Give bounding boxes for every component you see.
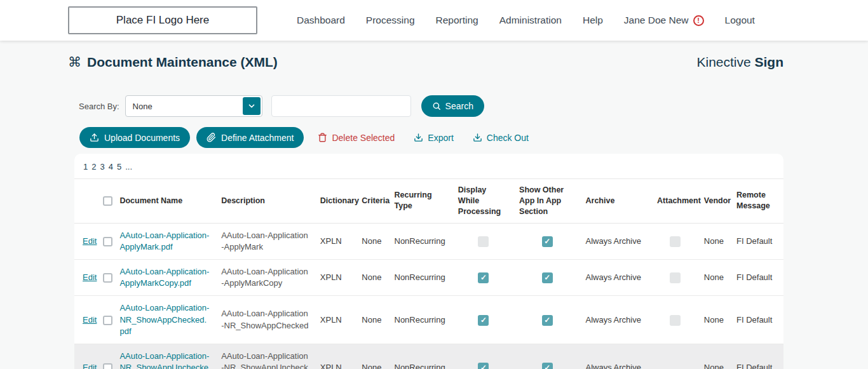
edit-link[interactable]: Edit bbox=[83, 236, 97, 246]
col-dictionary: Dictionary bbox=[315, 179, 357, 224]
page-link-4[interactable]: 4 bbox=[109, 162, 113, 171]
attachment-checkbox[interactable] bbox=[670, 315, 681, 326]
brand-suffix: Sign bbox=[755, 55, 784, 69]
nav-dashboard[interactable]: Dashboard bbox=[297, 15, 345, 26]
document-name-cell: AAuto-Loan-Application-ApplyMark.pdf bbox=[114, 223, 216, 259]
criteria-cell: None bbox=[356, 260, 389, 296]
display-while-processing-cell bbox=[453, 344, 514, 369]
attachment-cell bbox=[652, 260, 699, 296]
document-name-link[interactable]: AAuto-Loan-Application-NR_ShowAppUncheck… bbox=[119, 351, 209, 369]
show-other-app-cell bbox=[514, 296, 580, 344]
export-button[interactable]: Export bbox=[414, 133, 453, 143]
select-all-checkbox[interactable] bbox=[103, 196, 112, 206]
download-icon bbox=[414, 133, 423, 142]
nav-dashboard-label: Dashboard bbox=[297, 15, 345, 26]
page-link-3[interactable]: 3 bbox=[100, 162, 104, 171]
nav-processing[interactable]: Processing bbox=[366, 15, 415, 26]
show-other-app-cell bbox=[514, 344, 580, 369]
description-cell: AAuto-Loan-Application-NR_ShowAppUncheck… bbox=[216, 344, 315, 369]
nav-help-label: Help bbox=[583, 15, 603, 26]
check-out-button[interactable]: Check Out bbox=[473, 133, 529, 143]
edit-link[interactable]: Edit bbox=[83, 315, 97, 325]
table-row: Edit AAuto-Loan-Application-ApplyMark.pd… bbox=[74, 223, 783, 259]
show-other-app-checkbox[interactable] bbox=[542, 272, 553, 283]
edit-cell: Edit bbox=[74, 344, 98, 369]
select-all-header bbox=[98, 179, 115, 224]
col-display-while-processing: Display While Processing bbox=[453, 179, 514, 224]
recurring-type-cell: NonRecurring bbox=[390, 260, 453, 296]
nav-user-profile[interactable]: Jane Doe New ! bbox=[624, 15, 704, 26]
display-while-processing-checkbox[interactable] bbox=[478, 315, 489, 326]
dictionary-cell: XPLN bbox=[315, 344, 357, 369]
recurring-type-cell: NonRecurring bbox=[390, 344, 453, 369]
display-while-processing-checkbox[interactable] bbox=[478, 272, 489, 283]
edit-column-header bbox=[74, 179, 98, 224]
archive-cell: Always Archive bbox=[580, 223, 652, 259]
recurring-type-cell: NonRecurring bbox=[390, 296, 453, 344]
description-cell: AAuto-Loan-Application-NR_ShowAppChecked bbox=[216, 296, 315, 344]
archive-cell: Always Archive bbox=[580, 260, 652, 296]
define-attachment-label: Define Attachment bbox=[221, 133, 294, 143]
archive-cell: Always Archive bbox=[580, 296, 652, 344]
documents-table: Document Name Description Dictionary Cri… bbox=[74, 178, 783, 369]
criteria-cell: None bbox=[356, 296, 389, 344]
fi-logo-text: Place FI Logo Here bbox=[116, 14, 209, 27]
upload-documents-button[interactable]: Upload Documents bbox=[79, 127, 190, 148]
command-icon: ⌘ bbox=[68, 55, 81, 70]
document-name-link[interactable]: AAuto-Loan-Application-ApplyMark.pdf bbox=[119, 231, 209, 252]
display-while-processing-cell bbox=[453, 260, 514, 296]
row-select-checkbox[interactable] bbox=[103, 363, 112, 369]
page-link-5[interactable]: 5 bbox=[117, 162, 121, 171]
document-name-link[interactable]: AAuto-Loan-Application-ApplyMarkCopy.pdf bbox=[119, 267, 209, 288]
nav-reporting[interactable]: Reporting bbox=[436, 15, 478, 26]
vendor-cell: None bbox=[699, 296, 731, 344]
document-name-link[interactable]: AAuto-Loan-Application-NR_ShowAppChecked… bbox=[119, 303, 209, 335]
page-link-1[interactable]: 1 bbox=[83, 162, 88, 171]
brand-logo: Kinective Sign bbox=[696, 55, 783, 70]
nav-administration[interactable]: Administration bbox=[499, 15, 562, 26]
edit-link[interactable]: Edit bbox=[83, 363, 97, 369]
table-body: Edit AAuto-Loan-Application-ApplyMark.pd… bbox=[74, 223, 783, 369]
page-title: ⌘ Document Maintenance (XML) bbox=[68, 55, 278, 70]
page-link-more[interactable]: ... bbox=[125, 162, 132, 171]
display-while-processing-checkbox[interactable] bbox=[478, 236, 489, 247]
display-while-processing-checkbox[interactable] bbox=[478, 363, 489, 369]
row-select-checkbox[interactable] bbox=[103, 316, 112, 325]
attachment-checkbox[interactable] bbox=[670, 236, 681, 247]
search-by-label: Search By: bbox=[79, 102, 119, 111]
attachment-checkbox[interactable] bbox=[670, 272, 681, 283]
dictionary-cell: XPLN bbox=[315, 260, 357, 296]
criteria-cell: None bbox=[356, 344, 389, 369]
nav-help[interactable]: Help bbox=[583, 15, 603, 26]
description-cell: AAuto-Loan-Application-ApplyMark bbox=[216, 223, 315, 259]
nav-administration-label: Administration bbox=[499, 15, 562, 26]
show-other-app-checkbox[interactable] bbox=[542, 315, 553, 326]
search-by-dropdown[interactable]: None bbox=[125, 95, 262, 117]
upload-icon bbox=[90, 133, 99, 142]
remote-message-cell: FI Default bbox=[731, 296, 783, 344]
page-link-2[interactable]: 2 bbox=[92, 162, 96, 171]
define-attachment-button[interactable]: Define Attachment bbox=[196, 127, 304, 148]
col-criteria: Criteria bbox=[356, 179, 389, 224]
show-other-app-checkbox[interactable] bbox=[542, 236, 553, 247]
delete-selected-label: Delete Selected bbox=[332, 133, 395, 143]
nav-logout-label: Logout bbox=[725, 15, 755, 26]
display-while-processing-cell bbox=[453, 296, 514, 344]
documents-card: 1 2 3 4 5 ... Document Name Description … bbox=[74, 154, 783, 369]
search-button[interactable]: Search bbox=[421, 95, 484, 117]
edit-link[interactable]: Edit bbox=[83, 272, 97, 282]
nav-logout[interactable]: Logout bbox=[725, 15, 755, 26]
criteria-cell: None bbox=[356, 223, 389, 259]
document-name-cell: AAuto-Loan-Application-NR_ShowAppUncheck… bbox=[114, 344, 216, 369]
row-select-checkbox[interactable] bbox=[103, 237, 112, 246]
document-name-cell: AAuto-Loan-Application-NR_ShowAppChecked… bbox=[114, 296, 216, 344]
user-name-label: Jane Doe New bbox=[624, 15, 689, 26]
search-input[interactable] bbox=[271, 95, 411, 117]
nav-processing-label: Processing bbox=[366, 15, 415, 26]
delete-selected-button[interactable]: Delete Selected bbox=[318, 133, 395, 143]
table-row: Edit AAuto-Loan-Application-NR_ShowAppUn… bbox=[74, 344, 783, 369]
remote-message-cell: FI Default bbox=[731, 344, 783, 369]
table-row: Edit AAuto-Loan-Application-ApplyMarkCop… bbox=[74, 260, 783, 296]
row-select-checkbox[interactable] bbox=[103, 273, 112, 283]
show-other-app-checkbox[interactable] bbox=[542, 363, 553, 369]
